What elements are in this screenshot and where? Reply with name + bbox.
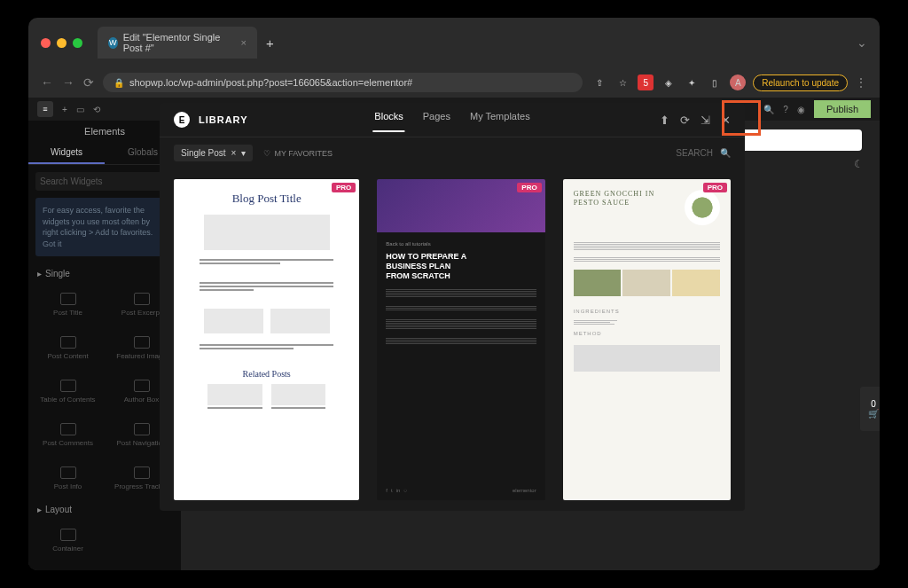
cart-icon: 🛒 — [868, 409, 879, 419]
ext-badge[interactable]: 5 — [638, 74, 654, 90]
forward-button[interactable]: → — [62, 75, 74, 90]
pro-badge: PRO — [332, 183, 356, 192]
library-modal: E LIBRARY Blocks Pages My Templates ⬆ ⟳ … — [160, 103, 745, 511]
share-icon[interactable]: ⇧ — [591, 74, 607, 90]
dark-mode-icon[interactable]: ☾ — [854, 158, 864, 170]
search-icon[interactable]: 🔍 — [763, 105, 774, 114]
widget-container[interactable]: Container — [32, 520, 104, 561]
publish-button[interactable]: Publish — [814, 100, 871, 118]
my-favorites-button[interactable]: ♡ MY FAVORITES — [263, 149, 333, 158]
tpl2-back: Back to all tutorials — [386, 241, 536, 247]
shield-icon[interactable]: ◈ — [661, 74, 677, 90]
library-title: LIBRARY — [199, 114, 247, 125]
widget-post-comments[interactable]: Post Comments — [32, 414, 104, 456]
tpl1-related: Related Posts — [243, 369, 291, 379]
widget-post-title[interactable]: Post Title — [32, 284, 104, 325]
star-icon[interactable]: ☆ — [614, 74, 630, 90]
tab-title: Edit "Elementor Single Post #" — [123, 32, 231, 53]
tab-pages[interactable]: Pages — [421, 107, 452, 132]
pro-badge: PRO — [703, 183, 727, 192]
puzzle-icon[interactable]: ✦ — [684, 74, 700, 90]
tab-my-templates[interactable]: My Templates — [468, 107, 532, 132]
relaunch-button[interactable]: Relaunch to update — [753, 74, 848, 91]
template-card-3[interactable]: PRO GREEN GNOCCHI IN PESTO SAUCE INGREDI… — [563, 179, 731, 500]
search-icon[interactable]: 🔍 — [720, 148, 731, 158]
lock-icon: 🔒 — [114, 78, 124, 88]
cart-widget[interactable]: 0 🛒 — [860, 387, 880, 431]
sidebar-title: Elements — [28, 121, 181, 142]
template-card-1[interactable]: PRO Blog Post Title Related Posts — [174, 179, 359, 500]
tpl3-title: GREEN GNOCCHI IN PESTO SAUCE — [574, 190, 677, 225]
url-text: shopwp.loc/wp-admin/post.php?post=166065… — [129, 77, 412, 88]
add-icon[interactable]: + — [62, 105, 67, 114]
bookmark-icon[interactable]: ▯ — [707, 74, 723, 90]
tpl2-author: elementor — [513, 488, 536, 493]
reload-button[interactable]: ⟳ — [83, 75, 94, 90]
minimize-window[interactable] — [57, 38, 67, 48]
page-settings-icon[interactable]: ▭ — [76, 105, 84, 114]
elementor-logo-icon: E — [174, 112, 190, 128]
new-tab-button[interactable]: + — [266, 35, 274, 51]
wordpress-icon: W — [108, 37, 118, 49]
help-icon[interactable]: ? — [783, 105, 788, 114]
cart-count: 0 — [871, 399, 876, 409]
favorites-notice: For easy access, favorite the widgets yo… — [35, 198, 174, 256]
sync-icon[interactable]: ⟳ — [680, 114, 690, 127]
widget-post-content[interactable]: Post Content — [32, 327, 104, 369]
elementor-logo-icon[interactable]: ≡ — [37, 101, 53, 117]
avatar[interactable]: A — [730, 74, 746, 90]
window-controls: W Edit "Elementor Single Post #" × + ⌄ — [28, 18, 880, 67]
template-card-2[interactable]: PRO Back to all tutorials HOW TO PREPARE… — [377, 179, 544, 500]
tpl1-title: Blog Post Title — [232, 192, 301, 206]
filter-dropdown-icon[interactable]: ▾ — [241, 148, 246, 158]
close-tab-icon[interactable]: × — [241, 37, 247, 48]
tpl3-method: METHOD — [563, 325, 731, 341]
clear-filter-icon[interactable]: × — [231, 148, 237, 158]
widget-toc[interactable]: Table of Contents — [32, 371, 104, 412]
history-icon[interactable]: ⟲ — [93, 105, 100, 114]
close-modal-button[interactable]: ✕ — [721, 114, 731, 127]
pro-badge: PRO — [517, 183, 541, 192]
upload-icon[interactable]: ⬆ — [660, 114, 669, 127]
filter-single-post[interactable]: Single Post × ▾ — [174, 145, 253, 161]
app-icon[interactable]: ◉ — [797, 105, 805, 114]
section-single[interactable]: ▸ Single — [28, 263, 181, 284]
back-button[interactable]: ← — [41, 75, 53, 90]
address-bar[interactable]: 🔒 shopwp.loc/wp-admin/post.php?post=1660… — [103, 73, 583, 92]
tab-blocks[interactable]: Blocks — [372, 107, 404, 132]
menu-icon[interactable]: ⋮ — [855, 75, 867, 90]
search-label: SEARCH — [676, 148, 713, 158]
chevron-down-icon[interactable]: ⌄ — [857, 35, 867, 50]
tpl2-title: HOW TO PREPARE A BUSINESS PLAN FROM SCRA… — [386, 252, 476, 280]
maximize-window[interactable] — [73, 38, 82, 48]
section-layout[interactable]: ▸ Layout — [28, 499, 181, 520]
tpl3-ingredients: INGREDIENTS — [563, 303, 731, 319]
import-icon[interactable]: ⇲ — [701, 114, 710, 127]
address-bar-row: ← → ⟳ 🔒 shopwp.loc/wp-admin/post.php?pos… — [28, 67, 880, 98]
widget-search[interactable]: Search Widgets — [35, 172, 174, 191]
elements-sidebar: Elements Widgets Globals Search Widgets … — [28, 121, 181, 570]
browser-tab[interactable]: W Edit "Elementor Single Post #" × — [98, 27, 257, 59]
tab-widgets[interactable]: Widgets — [28, 142, 105, 164]
widget-post-info[interactable]: Post Info — [32, 458, 104, 499]
close-window[interactable] — [41, 38, 51, 48]
